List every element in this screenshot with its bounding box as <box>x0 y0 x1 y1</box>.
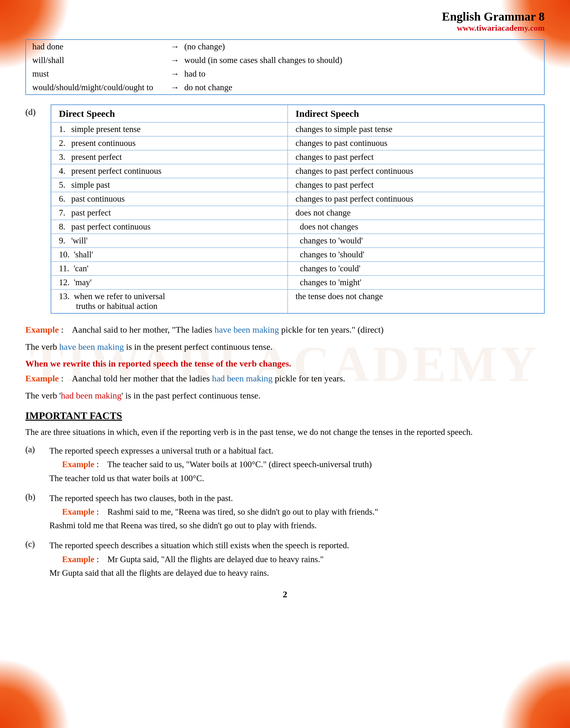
indirect-9: changes to 'would' <box>288 234 544 248</box>
indirect-10: changes to 'should' <box>288 248 544 262</box>
example-colon-2: : <box>59 374 72 383</box>
example-line2-2: The verb 'had been making' is in the pas… <box>25 389 545 402</box>
direct-9: 9. 'will' <box>51 234 288 248</box>
direct-10: 10. 'shall' <box>51 248 288 262</box>
tense-row-3: must → had to <box>26 67 544 81</box>
tense-left-2: will/shall <box>32 55 165 65</box>
table-row: 1. simple present tense changes to simpl… <box>51 122 544 136</box>
fact-example-b: Example : Rashmi said to me, "Reena was … <box>62 505 545 519</box>
direct-1: 1. simple present tense <box>51 122 288 136</box>
table-row: 7. past perfect does not change <box>51 206 544 220</box>
tense-right-1: (no change) <box>184 42 538 52</box>
example-label-a: Example <box>62 460 94 469</box>
table-row: 6. past continuous changes to past perfe… <box>51 192 544 206</box>
tense-row-1: had done → (no change) <box>26 40 544 53</box>
indirect-4: changes to past perfect continuous <box>288 164 544 178</box>
tense-arrow-3: → <box>165 69 184 79</box>
table-row: 5. simple past changes to past perfect <box>51 178 544 192</box>
highlight-1a: have been making <box>214 325 279 334</box>
direct-13: 13. when we refer to universal truths or… <box>51 289 288 314</box>
section-d: (d) Direct Speech Indirect Speech 1. sim… <box>25 104 545 314</box>
table-row: 3. present perfect changes to past perfe… <box>51 150 544 164</box>
direct-12: 12. 'may' <box>51 276 288 289</box>
table-row: 8. past perfect continuous does not chan… <box>51 220 544 234</box>
table-row: 4. present perfect continuous changes to… <box>51 164 544 178</box>
table-row: 10. 'shall' changes to 'should' <box>51 248 544 262</box>
indirect-12: changes to 'might' <box>288 276 544 289</box>
highlight-2b: had been making <box>61 391 121 401</box>
header-number-value: 8 <box>539 10 545 23</box>
col-header-indirect: Indirect Speech <box>288 105 544 122</box>
page-number: 2 <box>25 589 545 600</box>
indirect-3: changes to past perfect <box>288 150 544 164</box>
table-row: 2. present continuous changes to past co… <box>51 136 544 150</box>
tense-table-top: had done → (no change) will/shall → woul… <box>25 39 545 95</box>
example-label-b: Example <box>62 507 94 517</box>
red-bold-heading: When we rewrite this in reported speech … <box>25 358 545 369</box>
highlight-1b: have been making <box>59 342 124 351</box>
example-label-c: Example <box>62 555 94 564</box>
header-right: English Grammar 8 www.tiwariacademy.com <box>442 9 545 33</box>
indirect-11: changes to 'could' <box>288 262 544 276</box>
example-label-2: Example <box>25 374 59 383</box>
fact-content-b: The reported speech has two clauses, bot… <box>49 492 545 533</box>
tense-row-2: will/shall → would (in some cases shall … <box>26 53 544 67</box>
header-title-text: English Grammar <box>442 10 536 23</box>
tense-left-4: would/should/might/could/ought to <box>32 83 165 92</box>
highlight-2a: had been making <box>212 374 272 383</box>
fact-item-c: (c) The reported speech describes a situ… <box>25 539 545 580</box>
fact-content-c: The reported speech describes a situatio… <box>49 539 545 580</box>
corner-decoration-br <box>500 658 570 728</box>
fact-text-b: The reported speech has two clauses, bot… <box>49 492 545 505</box>
fact-label-c: (c) <box>25 539 44 549</box>
direct-6: 6. past continuous <box>51 192 288 206</box>
direct-2: 2. present continuous <box>51 136 288 150</box>
fact-item-b: (b) The reported speech has two clauses,… <box>25 492 545 533</box>
section-d-label: (d) <box>25 104 44 117</box>
fact-text-c: The reported speech describes a situatio… <box>49 539 545 552</box>
tense-row-4: would/should/might/could/ought to → do n… <box>26 81 544 94</box>
tense-right-3: had to <box>184 69 538 79</box>
direct-5: 5. simple past <box>51 178 288 192</box>
tense-left-1: had done <box>32 42 165 52</box>
col-header-direct: Direct Speech <box>51 105 288 122</box>
tense-arrow-2: → <box>165 55 184 65</box>
tense-arrow-4: → <box>165 83 184 92</box>
tense-arrow-1: → <box>165 42 184 52</box>
important-facts-heading: IMPORTANT FACTS <box>25 410 545 422</box>
example-block-1: Example : Aanchal said to her mother, "T… <box>25 323 545 336</box>
fact-content-a: The reported speech expresses a universa… <box>49 444 545 485</box>
tense-right-2: would (in some cases shall changes to sh… <box>184 55 538 65</box>
header-website: www.tiwariacademy.com <box>442 23 545 33</box>
fact-text-a: The reported speech expresses a universa… <box>49 444 545 458</box>
direct-8: 8. past perfect continuous <box>51 220 288 234</box>
fact-item-a: (a) The reported speech expresses a univ… <box>25 444 545 485</box>
direct-indirect-table: Direct Speech Indirect Speech 1. simple … <box>51 104 545 314</box>
indirect-2: changes to past continuous <box>288 136 544 150</box>
fact-result-a: The teacher told us that water boils at … <box>49 472 545 485</box>
tense-right-4: do not change <box>184 83 538 92</box>
fact-result-b: Rashmi told me that Reena was tired, so … <box>49 519 545 532</box>
direct-11: 11. 'can' <box>51 262 288 276</box>
example-label-1: Example <box>25 325 59 334</box>
direct-7: 7. past perfect <box>51 206 288 220</box>
indirect-6: changes to past perfect continuous <box>288 192 544 206</box>
indirect-13: the tense does not change <box>288 289 544 314</box>
header-title: English Grammar 8 <box>442 9 545 23</box>
indirect-5: changes to past perfect <box>288 178 544 192</box>
fact-result-c: Mr Gupta said that all the flights are d… <box>49 566 545 580</box>
example-block-2: Example : Aanchal told her mother that t… <box>25 372 545 385</box>
table-row: 12. 'may' changes to 'might' <box>51 276 544 289</box>
table-row: 9. 'will' changes to 'would' <box>51 234 544 248</box>
page-header: English Grammar 8 www.tiwariacademy.com <box>25 9 545 33</box>
corner-decoration-bl <box>0 658 70 728</box>
direct-4: 4. present perfect continuous <box>51 164 288 178</box>
table-row: 13. when we refer to universal truths or… <box>51 289 544 314</box>
table-row: 11. 'can' changes to 'could' <box>51 262 544 276</box>
tense-left-3: must <box>32 69 165 79</box>
fact-label-a: (a) <box>25 444 44 455</box>
example-line2-1: The verb have been making is in the pres… <box>25 340 545 353</box>
example-colon-1: : <box>59 325 72 334</box>
direct-3: 3. present perfect <box>51 150 288 164</box>
fact-label-b: (b) <box>25 492 44 502</box>
